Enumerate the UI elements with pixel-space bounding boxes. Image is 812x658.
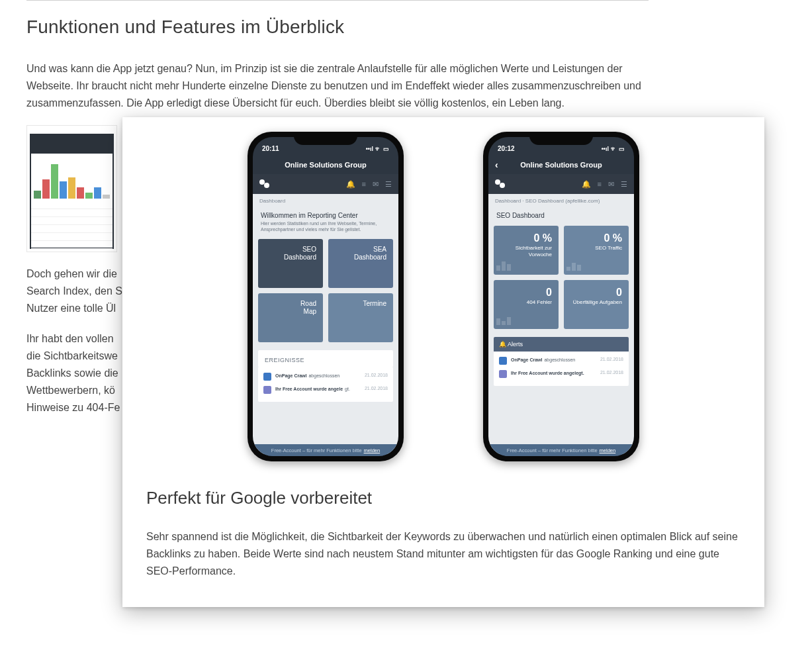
overlay-paragraph: Sehr spannend ist die Möglichkeit, die S…	[146, 528, 741, 580]
list-icon[interactable]: ≡	[598, 180, 602, 188]
back-chevron-icon[interactable]: ‹	[495, 160, 498, 170]
alerts-heading: 🔔 Alerts	[494, 337, 629, 352]
bell-icon[interactable]: 🔔	[346, 180, 355, 189]
bell-icon[interactable]: 🔔	[582, 180, 591, 189]
breadcrumb: Dashboard · SEO Dashboard (apfellike.com…	[488, 194, 634, 208]
seo-dash-title: SEO Dashboard	[496, 212, 626, 219]
menu-icon[interactable]: ☰	[621, 180, 627, 189]
list-icon[interactable]: ≡	[362, 180, 366, 188]
tile-404[interactable]: 0404 Fehler	[494, 280, 559, 329]
breadcrumb: Dashboard	[253, 194, 398, 208]
phone-b-time: 20:12	[498, 145, 515, 152]
tile-visibility[interactable]: 0 %Sichtbarkeit zur Vorwoche	[494, 226, 559, 275]
events-heading: EREIGNISSE	[258, 350, 393, 367]
mail-icon[interactable]: ✉	[608, 180, 614, 189]
event-row[interactable]: OnPage Crawlabgeschlossen 21.02.2018	[262, 370, 389, 383]
mail-icon[interactable]: ✉	[373, 180, 379, 189]
phone-a-time: 20:11	[262, 145, 279, 152]
back-p1: Und was kann die App jetzt genau? Nun, i…	[26, 60, 649, 112]
tile-sea-dashboard[interactable]: SEADashboard	[328, 239, 393, 288]
overlay-card: 20:11 ••ılᯤ▭ Online Solutions Group 🔔 ≡ …	[122, 117, 764, 607]
tile-seo-traffic[interactable]: 0 %SEO Traffic	[564, 226, 629, 275]
welcome-title: Willkommen im Reporting Center	[261, 212, 390, 219]
alert-row[interactable]: OnPage Crawlabgeschlossen 21.02.2018	[498, 354, 625, 367]
welcome-sub: Hier werden Statistiken rund um Ihre Web…	[261, 220, 390, 232]
status-icons: ••ılᯤ▭	[364, 145, 389, 152]
phone-a-title: Online Solutions Group	[253, 156, 398, 174]
event-row[interactable]: Ihr Free Account wurde angelegt. 21.02.2…	[262, 383, 389, 397]
event-chip-icon	[499, 370, 507, 378]
phone-footer: Free-Account – für mehr Funktionen bitte…	[253, 444, 398, 456]
brand-logo-icon	[495, 179, 507, 189]
phone-footer: Free-Account – für mehr Funktionen bitte…	[488, 444, 634, 456]
phone-b: 20:12 ••ılᯤ▭ ‹ Online Solutions Group 🔔 …	[483, 132, 639, 461]
tile-termine[interactable]: Termine	[328, 293, 393, 342]
phone-b-title: Online Solutions Group	[520, 161, 602, 169]
phone-a: 20:11 ••ılᯤ▭ Online Solutions Group 🔔 ≡ …	[248, 132, 404, 461]
thumb-bar-chart	[34, 160, 110, 199]
status-icons: ••ılᯤ▭	[600, 145, 625, 152]
thumbnail-image[interactable]	[26, 125, 117, 252]
back-heading: Funktionen und Features im Überblick	[26, 17, 649, 38]
event-chip-icon	[263, 373, 271, 381]
event-chip-icon	[499, 357, 507, 365]
overlay-heading: Perfekt für Google vorbereitet	[146, 488, 741, 508]
tile-seo-dashboard[interactable]: SEODashboard	[258, 239, 323, 288]
footer-link[interactable]: melden	[600, 447, 616, 453]
tile-overdue[interactable]: 0Überfällige Aufgaben	[564, 280, 629, 329]
tile-roadmap[interactable]: RoadMap	[258, 293, 323, 342]
event-chip-icon	[263, 386, 271, 394]
brand-logo-icon	[259, 179, 271, 189]
alert-row[interactable]: Ihr Free Account wurde angelegt. 21.02.2…	[498, 367, 625, 381]
footer-link[interactable]: melden	[364, 447, 381, 453]
menu-icon[interactable]: ☰	[385, 180, 392, 189]
